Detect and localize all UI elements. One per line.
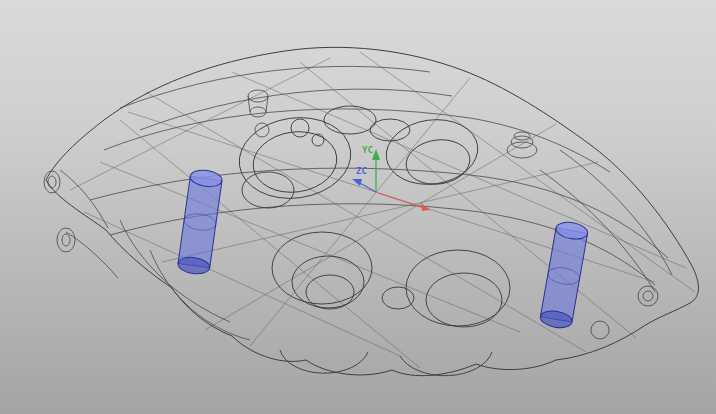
right-bolt [591, 321, 609, 339]
upper-bore-right-outer [382, 114, 482, 190]
lower-bore-right-inner [426, 273, 502, 327]
right-boss-outer [638, 286, 658, 306]
wcs-axis-y-arrowhead [372, 149, 380, 160]
caliper-body[interactable] [46, 47, 699, 375]
wcs-label-yc: YC [362, 145, 373, 155]
bridge-arc-2 [140, 89, 452, 130]
piston-right[interactable] [539, 220, 589, 330]
wcs-label-zc: ZC [356, 166, 367, 176]
mount-lug-bottom-outer [57, 228, 75, 252]
right-boss-inner [643, 291, 653, 301]
cad-viewport[interactable]: YC ZC [0, 0, 716, 414]
upper-bore-left-outer [234, 111, 356, 206]
bleeder-screw-top [248, 90, 268, 102]
piston-left[interactable] [177, 168, 223, 275]
bridge-arc-1 [120, 66, 430, 108]
wcs-axis-x [378, 193, 424, 208]
wcs-triad: YC ZC [352, 145, 430, 211]
top-port-2 [370, 119, 410, 141]
top-port-1 [324, 106, 376, 134]
bleeder-screw-base [250, 107, 266, 117]
top-hole-2 [312, 134, 324, 146]
mount-lug-bottom-inner [62, 234, 70, 246]
upper-bore-right-inner [403, 136, 473, 188]
center-port [382, 287, 414, 309]
piston-right-body [540, 228, 587, 322]
model-canvas: YC ZC [0, 0, 716, 414]
top-hole-1 [291, 119, 309, 137]
bleeder-hole [255, 123, 269, 137]
upper-bore-left-seat [242, 172, 294, 208]
lower-bore-right-outer [406, 250, 510, 326]
left-ear-edge [60, 170, 118, 278]
bridge-arc-3 [104, 109, 610, 172]
lower-bore-left-outer [272, 232, 372, 304]
mount-lug-top-inner [48, 176, 56, 188]
bottom-scallop-2 [400, 352, 492, 376]
wireframe-tangent-lines [70, 52, 695, 368]
mount-lug-top-outer [44, 171, 60, 193]
